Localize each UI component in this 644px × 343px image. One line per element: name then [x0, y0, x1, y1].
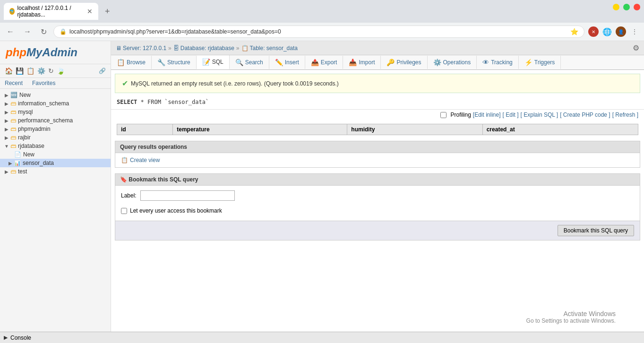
- minimize-button[interactable]: [613, 4, 619, 10]
- tab-export[interactable]: 📤 Export: [305, 56, 343, 69]
- sidebar-toolbar: 🏠 💾 📋 ⚙️ ↻ 🍃 🔗: [0, 64, 111, 78]
- bookmark-body: Label: Let every user access this bookma…: [115, 186, 640, 221]
- sidebar-item-information-schema[interactable]: ▶ 🗃 information_schema: [0, 99, 111, 108]
- favorites-tab[interactable]: Favorites: [27, 78, 60, 88]
- sidebar-item-test[interactable]: ▶ 🗃 test: [0, 167, 111, 176]
- tab-operations[interactable]: ⚙️ Operations: [428, 56, 477, 69]
- tab-import-label: Import: [359, 59, 375, 66]
- check-icon: ✔: [122, 79, 128, 88]
- db-name: information_schema: [18, 100, 69, 107]
- col-id: id: [117, 124, 173, 135]
- privileges-icon: 🔑: [386, 59, 395, 66]
- maximize-button[interactable]: [623, 4, 630, 10]
- table-breadcrumb[interactable]: 📋 Table: sensor_data: [241, 45, 298, 51]
- tab-tracking-label: Tracking: [491, 59, 513, 66]
- forward-button[interactable]: →: [21, 26, 34, 37]
- tab-structure[interactable]: 🔧 Structure: [152, 56, 197, 69]
- recent-tab[interactable]: Recent: [0, 78, 27, 88]
- db-name: phpmyadmin: [18, 126, 51, 132]
- tab-sql-label: SQL: [212, 59, 223, 65]
- profile-icon[interactable]: 👤: [616, 26, 626, 37]
- menu-icon[interactable]: ⋮: [629, 26, 640, 37]
- extensions-icon[interactable]: ✕: [588, 26, 599, 37]
- refresh-button[interactable]: ↻: [38, 26, 50, 37]
- toggle-icon: ▶: [4, 109, 9, 115]
- tab-close-button[interactable]: ✕: [87, 8, 93, 15]
- link-icon[interactable]: 🔗: [99, 68, 106, 74]
- new-tab-button[interactable]: +: [102, 7, 113, 17]
- refresh-link[interactable]: [ Refresh ]: [612, 111, 638, 118]
- breadcrumb-sep-1: »: [168, 45, 172, 51]
- table-icon[interactable]: 📋: [26, 67, 34, 75]
- sidebar-item-rjdatabase[interactable]: ▼ 🗃 rjdatabase: [0, 142, 111, 150]
- public-bookmark-checkbox[interactable]: [121, 208, 127, 214]
- create-view-link[interactable]: 📋 Create view: [121, 157, 634, 163]
- back-button[interactable]: ←: [4, 26, 17, 37]
- tab-privileges[interactable]: 🔑 Privileges: [381, 56, 427, 69]
- triggers-icon: ⚡: [524, 59, 532, 66]
- bookmark-label-row: Label:: [121, 190, 634, 201]
- sidebar-item-rajbir[interactable]: ▶ 🗃 rajbir: [0, 133, 111, 142]
- leaf-icon[interactable]: 🍃: [57, 67, 65, 75]
- toggle-icon: ▶: [4, 126, 9, 132]
- create-view-label: Create view: [130, 157, 160, 163]
- success-alert: ✔ MySQL returned an empty result set (i.…: [115, 74, 640, 93]
- toggle-icon: ▼: [4, 143, 9, 149]
- import-icon: 📥: [349, 59, 357, 66]
- db-icon: 🗃: [10, 168, 16, 175]
- db-name: mysql: [18, 109, 33, 115]
- tab-sql[interactable]: 📝 SQL: [197, 55, 230, 69]
- sidebar-item-mysql[interactable]: ▶ 🗃 mysql: [0, 108, 111, 116]
- sql-icon: 📝: [202, 58, 210, 66]
- table-icon: 📋: [241, 45, 249, 51]
- bookmark-label-input[interactable]: [140, 190, 235, 201]
- sidebar-item-phpmyadmin[interactable]: ▶ 🗃 phpmyadmin: [0, 125, 111, 133]
- db-breadcrumb[interactable]: 🗄 Database: rjdatabase: [173, 45, 234, 51]
- breadcrumb-bar: 🖥 Server: 127.0.0.1 » 🗄 Database: rjdata…: [111, 41, 644, 55]
- operations-icon: ⚙️: [433, 59, 441, 66]
- db-name: rajbir: [18, 134, 31, 141]
- tab-bar: 📋 Browse 🔧 Structure 📝 SQL 🔍 Search ✏️ I…: [111, 55, 644, 70]
- settings-icon[interactable]: ⚙️: [37, 67, 45, 75]
- chrome-icon[interactable]: 🌐: [601, 26, 613, 37]
- explain-sql-link[interactable]: [ Explain SQL ]: [521, 111, 558, 118]
- console-bar[interactable]: ▶ Console: [0, 332, 644, 343]
- recent-favorites-bar: Recent Favorites: [0, 78, 111, 89]
- close-button[interactable]: [634, 4, 640, 10]
- profiling-checkbox[interactable]: [440, 112, 447, 118]
- edit-link[interactable]: [ Edit ]: [503, 111, 519, 118]
- tab-import[interactable]: 📥 Import: [343, 56, 381, 69]
- tab-tracking[interactable]: 👁 Tracking: [477, 56, 519, 69]
- home-icon[interactable]: 🏠: [5, 67, 13, 75]
- tab-insert[interactable]: ✏️ Insert: [269, 56, 305, 69]
- server-breadcrumb[interactable]: 🖥 Server: 127.0.0.1: [116, 45, 166, 51]
- address-text: localhost/phpmyadmin/sql.php?server=1&db…: [69, 28, 570, 35]
- bookmark-footer: Bookmark this SQL query: [115, 221, 640, 240]
- tab-browse[interactable]: 📋 Browse: [111, 56, 152, 69]
- profiling-label: Profiling: [450, 111, 471, 118]
- sidebar-item-sensor-data[interactable]: ▶ 📊 sensor_data: [0, 159, 111, 167]
- tab-triggers[interactable]: ⚡ Triggers: [519, 56, 561, 69]
- db-icon[interactable]: 💾: [16, 67, 24, 75]
- content-area: 🖥 Server: 127.0.0.1 » 🗄 Database: rjdata…: [111, 41, 644, 343]
- address-bar[interactable]: 🔒 localhost/phpmyadmin/sql.php?server=1&…: [53, 26, 584, 38]
- refresh-sidebar-icon[interactable]: ↻: [48, 67, 54, 75]
- sidebar-new-top[interactable]: ▶ 🆕 New: [0, 91, 111, 99]
- settings-gear-button[interactable]: ⚙: [633, 43, 639, 52]
- label-text: Label:: [121, 192, 137, 199]
- sidebar-item-rjdatabase-new[interactable]: 📄 New: [0, 150, 111, 159]
- toggle-icon: ▶: [4, 101, 9, 106]
- edit-inline-link[interactable]: [Edit inline]: [473, 111, 501, 118]
- tab-search-label: Search: [245, 59, 263, 66]
- toggle-icon: ▶: [4, 135, 9, 140]
- db-name: rjdatabase: [18, 143, 44, 149]
- browser-tab[interactable]: 🐬 localhost / 127.0.0.1 / rjdatabas... ✕: [4, 3, 98, 20]
- bookmark-section: 🔖 Bookmark this SQL query Label: Let eve…: [115, 173, 640, 240]
- new-label: New: [19, 92, 31, 98]
- tab-search[interactable]: 🔍 Search: [230, 56, 269, 69]
- new-label: New: [23, 151, 34, 158]
- create-php-link[interactable]: [ Create PHP code ]: [560, 111, 610, 118]
- sidebar-item-performance-schema[interactable]: ▶ 🗃 performance_schema: [0, 116, 111, 125]
- new-icon: 📄: [14, 151, 21, 158]
- bookmark-submit-button[interactable]: Bookmark this SQL query: [558, 225, 634, 236]
